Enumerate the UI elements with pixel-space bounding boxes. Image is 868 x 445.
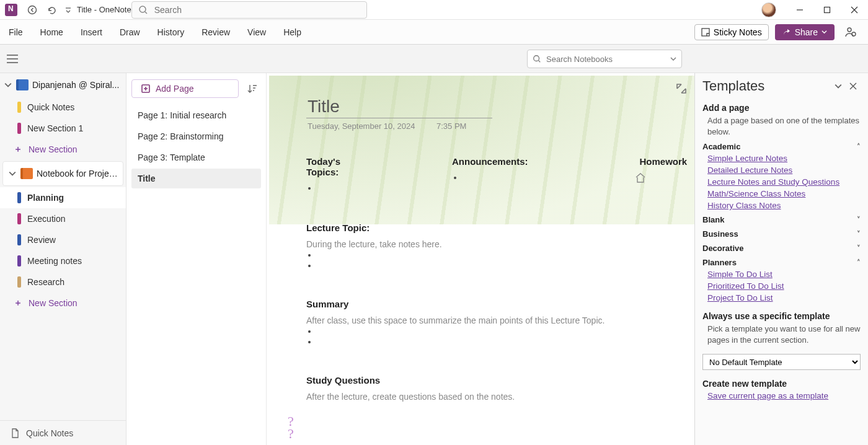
- window-close[interactable]: [841, 0, 868, 20]
- new-section-button-2[interactable]: ＋New Section: [0, 293, 126, 314]
- question-tag-icon: ??: [288, 415, 294, 440]
- section-quick-notes[interactable]: Quick Notes: [0, 97, 126, 118]
- title-bar: Title - OneNote: [0, 0, 868, 20]
- study-questions-heading: Study Questions: [306, 375, 682, 386]
- svg-point-6: [534, 56, 539, 61]
- share-button[interactable]: Share: [775, 24, 835, 40]
- window-maximize[interactable]: [813, 0, 841, 20]
- template-link[interactable]: Detailed Lecture Notes: [707, 165, 861, 175]
- chevron-down-icon: ˅: [857, 216, 861, 224]
- chevron-down-icon: [835, 82, 842, 90]
- new-section-button[interactable]: ＋New Section: [0, 139, 126, 160]
- section-new-section-1[interactable]: New Section 1: [0, 118, 126, 139]
- save-as-template-link[interactable]: Save current page as a template: [707, 391, 861, 400]
- section-execution[interactable]: Execution: [0, 208, 126, 229]
- tab-insert[interactable]: Insert: [79, 25, 104, 40]
- tab-view[interactable]: View: [246, 25, 267, 40]
- qat-dropdown[interactable]: [62, 0, 74, 20]
- chevron-down-icon: [4, 81, 12, 89]
- notebook-search-input[interactable]: [545, 54, 670, 64]
- notebook-nav: Dipanjenah @ Spiral... Quick Notes New S…: [0, 73, 126, 445]
- category-decorative[interactable]: Decorative˅: [702, 244, 861, 253]
- template-link[interactable]: Math/Science Class Notes: [707, 189, 861, 198]
- notebook-icon: [16, 79, 29, 90]
- category-academic[interactable]: Academic˄: [702, 142, 861, 151]
- section-review[interactable]: Review: [0, 229, 126, 250]
- section-label: New Section 1: [27, 123, 83, 133]
- sticky-notes-button[interactable]: Sticky Notes: [694, 24, 769, 40]
- nav-toggle[interactable]: [0, 45, 25, 73]
- search-icon: [533, 55, 541, 63]
- window-minimize[interactable]: [786, 0, 813, 20]
- chevron-down-icon: [822, 29, 827, 35]
- notebook-row-1[interactable]: Dipanjenah @ Spiral...: [0, 73, 126, 97]
- category-business[interactable]: Business˅: [702, 229, 861, 239]
- template-link[interactable]: Lecture Notes and Study Questions: [707, 177, 861, 187]
- templates-title: Templates: [702, 78, 831, 94]
- notebook-row-2[interactable]: Notebook for Project A: [4, 162, 122, 185]
- note-canvas[interactable]: Tuesday, September 10, 2024 7:35 PM Toda…: [267, 73, 694, 445]
- category-planners[interactable]: Planners˄: [702, 258, 861, 267]
- section-label: Execution: [27, 214, 65, 224]
- template-link[interactable]: Project To Do List: [707, 293, 861, 302]
- new-section-label: New Section: [29, 298, 78, 308]
- fullscreen-icon[interactable]: [676, 83, 687, 94]
- share-icon: [782, 28, 791, 37]
- chevron-down-icon[interactable]: [670, 56, 676, 62]
- lecture-heading: Lecture Topic:: [306, 222, 682, 233]
- section-research[interactable]: Research: [0, 271, 126, 293]
- undo-button[interactable]: [42, 0, 62, 20]
- search-icon: [138, 5, 148, 15]
- template-link[interactable]: Prioritized To Do List: [707, 281, 861, 291]
- nav-footer-quick-notes[interactable]: Quick Notes: [0, 420, 126, 445]
- svg-point-1: [140, 6, 146, 12]
- template-link[interactable]: Simple Lecture Notes: [707, 154, 861, 163]
- tab-history[interactable]: History: [156, 25, 186, 40]
- page-title-input[interactable]: [306, 95, 492, 118]
- section-label: Research: [27, 277, 64, 287]
- app-icon: [5, 4, 17, 16]
- tab-home[interactable]: Home: [39, 25, 64, 40]
- page-item[interactable]: Page 3: Template: [131, 148, 261, 167]
- page-item[interactable]: Page 2: Brainstorming: [131, 126, 261, 146]
- summary-heading: Summary: [306, 299, 682, 309]
- tab-help[interactable]: Help: [282, 25, 303, 40]
- page-label: Title: [138, 174, 156, 183]
- section-meeting-notes[interactable]: Meeting notes: [0, 250, 126, 271]
- user-avatar[interactable]: [761, 2, 776, 17]
- home-icon: [635, 172, 646, 183]
- page-item[interactable]: Title: [131, 169, 261, 188]
- add-page-button[interactable]: Add Page: [131, 79, 239, 98]
- template-link[interactable]: History Class Notes: [707, 201, 861, 210]
- tab-file[interactable]: File: [7, 25, 24, 40]
- note-body[interactable]: Today's Topics: Announcements: Homework …: [306, 156, 682, 402]
- always-use-heading: Always use a specific template: [702, 311, 861, 321]
- back-button[interactable]: [22, 0, 42, 20]
- global-search-input[interactable]: [153, 4, 360, 15]
- category-blank[interactable]: Blank˅: [702, 215, 861, 224]
- new-section-label: New Section: [29, 144, 78, 154]
- page-list: Add Page Page 1: Initial research Page 2…: [126, 73, 267, 445]
- section-label: Review: [27, 235, 56, 245]
- page-label: Page 1: Initial research: [138, 110, 226, 120]
- tab-review[interactable]: Review: [200, 25, 231, 40]
- templates-dropdown[interactable]: [831, 79, 846, 94]
- account-settings-icon[interactable]: [841, 22, 861, 42]
- notebook-search[interactable]: [527, 50, 682, 68]
- svg-rect-2: [825, 7, 830, 12]
- ribbon: File Home Insert Draw History Review Vie…: [0, 20, 868, 45]
- sticky-notes-label: Sticky Notes: [714, 27, 762, 37]
- sort-icon: [247, 84, 257, 94]
- sort-pages-button[interactable]: [244, 79, 261, 98]
- add-page-label: Add Page: [156, 84, 194, 94]
- global-search[interactable]: [131, 1, 367, 19]
- svg-point-0: [29, 6, 37, 14]
- tab-draw[interactable]: Draw: [118, 25, 141, 40]
- template-link[interactable]: Simple To Do List: [707, 270, 861, 279]
- section-planning[interactable]: Planning: [0, 187, 126, 208]
- study-questions-subtext: After the lecture, create questions base…: [306, 392, 682, 402]
- templates-close[interactable]: [846, 79, 861, 94]
- page-item[interactable]: Page 1: Initial research: [131, 105, 261, 125]
- default-template-select[interactable]: No Default Template: [702, 354, 861, 370]
- svg-point-4: [848, 28, 851, 32]
